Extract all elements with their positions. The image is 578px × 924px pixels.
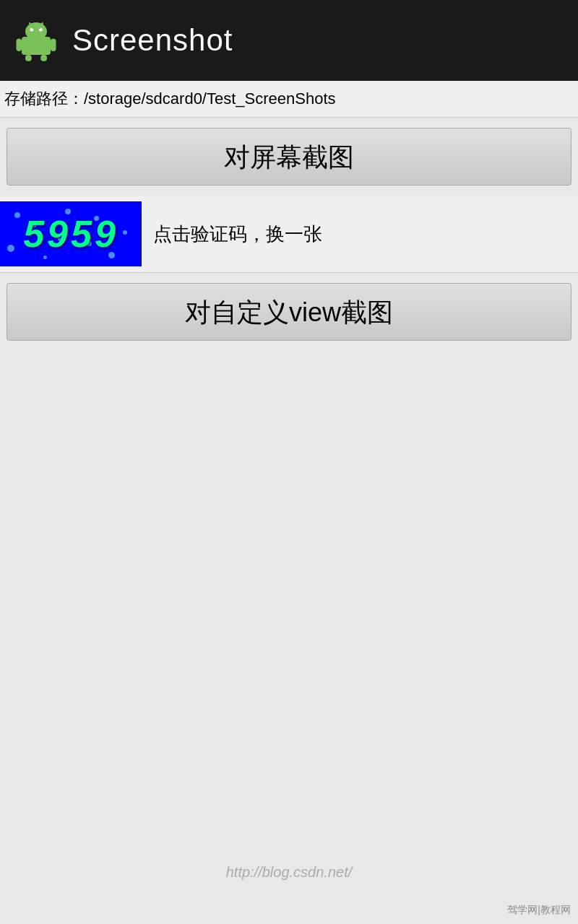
watermark: http://blog.csdn.net/	[0, 864, 578, 881]
captcha-hint: 点击验证码，换一张	[142, 222, 322, 247]
screenshot-button[interactable]: 对屏幕截图	[7, 128, 571, 186]
svg-rect-8	[25, 55, 32, 61]
main-content: 存储路径：/storage/sdcard0/Test_ScreenShots 对…	[0, 81, 578, 351]
svg-point-1	[25, 22, 47, 40]
captcha-row: 5959 点击验证码，换一张	[0, 196, 578, 273]
svg-rect-6	[17, 39, 22, 52]
storage-path-text: 存储路径：/storage/sdcard0/Test_ScreenShots	[4, 90, 336, 108]
captcha-image[interactable]: 5959	[0, 201, 142, 266]
storage-path-row: 存储路径：/storage/sdcard0/Test_ScreenShots	[0, 81, 578, 118]
custom-view-button[interactable]: 对自定义view截图	[7, 283, 571, 341]
android-icon	[14, 19, 58, 62]
svg-rect-7	[51, 39, 56, 52]
svg-rect-9	[40, 55, 47, 61]
attribution: 驾学网|教程网	[507, 904, 571, 917]
app-title: Screenshot	[72, 23, 233, 58]
captcha-number: 5959	[23, 212, 118, 256]
app-bar: Screenshot	[0, 0, 578, 81]
